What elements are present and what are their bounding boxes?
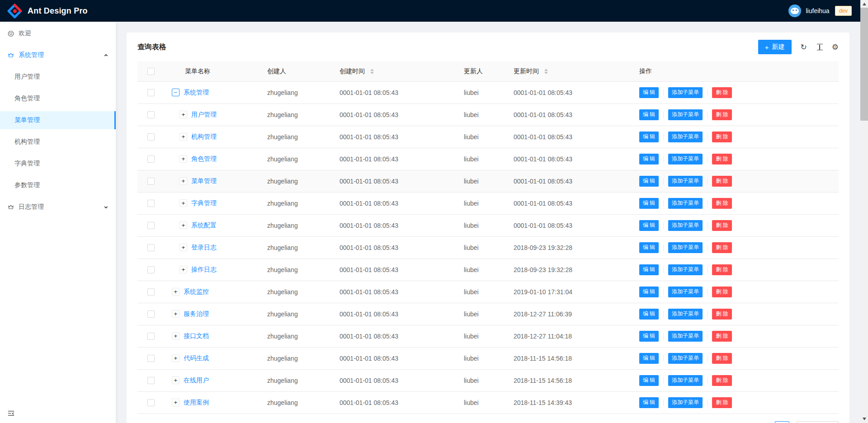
column-header-updated-time[interactable]: 更新时间 [506, 61, 632, 81]
add-child-menu-button[interactable]: 添加子菜单 [668, 353, 703, 364]
row-checkbox[interactable] [147, 200, 155, 207]
menu-name-link[interactable]: 角色管理 [191, 155, 217, 163]
scroll-up-arrow-icon[interactable] [863, 3, 866, 5]
add-child-menu-button[interactable]: 添加子菜单 [668, 220, 703, 231]
add-child-menu-button[interactable]: 添加子菜单 [668, 397, 703, 408]
add-child-menu-button[interactable]: 添加子菜单 [668, 132, 703, 142]
menu-name-link[interactable]: 系统管理 [184, 89, 209, 97]
edit-button[interactable]: 编 辑 [639, 375, 659, 386]
collapse-row-icon[interactable]: − [172, 89, 179, 96]
sidebar-item-角色管理[interactable]: 角色管理 [0, 89, 116, 108]
edit-button[interactable]: 编 辑 [639, 309, 659, 320]
edit-button[interactable]: 编 辑 [639, 109, 659, 120]
logo[interactable]: Ant Design Pro [0, 4, 88, 19]
settings-gear-icon[interactable]: ⚙ [832, 43, 839, 51]
pagination-page-1[interactable]: 1 [775, 421, 789, 423]
row-checkbox[interactable] [147, 355, 155, 362]
row-checkbox[interactable] [147, 89, 155, 96]
expand-row-icon[interactable]: + [172, 288, 179, 296]
menu-name-link[interactable]: 代码生成 [184, 354, 209, 362]
row-checkbox[interactable] [147, 133, 155, 141]
delete-button[interactable]: 删 除 [712, 109, 731, 120]
sidebar-item-机构管理[interactable]: 机构管理 [0, 133, 116, 151]
expand-row-icon[interactable]: + [172, 376, 179, 384]
sidebar-item-欢迎[interactable]: 欢迎 [0, 24, 116, 42]
row-checkbox[interactable] [147, 377, 155, 384]
expand-row-icon[interactable]: + [179, 177, 187, 185]
row-checkbox[interactable] [147, 178, 155, 185]
new-button[interactable]: + 新建 [758, 40, 792, 54]
menu-name-link[interactable]: 使用案例 [184, 399, 209, 407]
add-child-menu-button[interactable]: 添加子菜单 [668, 309, 703, 320]
user-menu[interactable]: liufeihua dev [788, 5, 852, 17]
expand-row-icon[interactable]: + [179, 221, 187, 229]
edit-button[interactable]: 编 辑 [639, 154, 659, 164]
sidebar-item-系统管理[interactable]: 系统管理 [0, 46, 116, 64]
delete-button[interactable]: 删 除 [712, 375, 731, 386]
delete-button[interactable]: 删 除 [712, 287, 731, 297]
delete-button[interactable]: 删 除 [712, 176, 731, 187]
expand-row-icon[interactable]: + [179, 111, 187, 118]
select-all-checkbox[interactable] [147, 68, 155, 75]
row-checkbox[interactable] [147, 333, 155, 340]
expand-row-icon[interactable]: + [179, 266, 187, 273]
edit-button[interactable]: 编 辑 [639, 331, 659, 342]
menu-name-link[interactable]: 字典管理 [191, 199, 217, 207]
scrollbar-thumb[interactable] [860, 8, 868, 121]
expand-row-icon[interactable]: + [172, 332, 179, 340]
column-header-created-time[interactable]: 创建时间 [332, 61, 457, 81]
sorter-icon[interactable] [370, 69, 374, 74]
row-checkbox[interactable] [147, 266, 155, 273]
delete-button[interactable]: 删 除 [712, 353, 731, 364]
edit-button[interactable]: 编 辑 [639, 242, 659, 253]
menu-name-link[interactable]: 服务治理 [184, 310, 209, 318]
sidebar-item-参数管理[interactable]: 参数管理 [0, 176, 116, 194]
delete-button[interactable]: 删 除 [712, 154, 731, 164]
delete-button[interactable]: 删 除 [712, 198, 731, 209]
page-size-select[interactable]: 10 条/页 [797, 421, 839, 423]
expand-row-icon[interactable]: + [172, 399, 179, 406]
vertical-scrollbar[interactable] [860, 0, 868, 423]
add-child-menu-button[interactable]: 添加子菜单 [668, 154, 703, 164]
row-checkbox[interactable] [147, 155, 155, 163]
edit-button[interactable]: 编 辑 [639, 198, 659, 209]
expand-row-icon[interactable]: + [179, 133, 187, 141]
edit-button[interactable]: 编 辑 [639, 264, 659, 275]
delete-button[interactable]: 删 除 [712, 132, 731, 142]
delete-button[interactable]: 删 除 [712, 331, 731, 342]
sidebar-item-字典管理[interactable]: 字典管理 [0, 155, 116, 173]
delete-button[interactable]: 删 除 [712, 220, 731, 231]
delete-button[interactable]: 删 除 [712, 397, 731, 408]
add-child-menu-button[interactable]: 添加子菜单 [668, 331, 703, 342]
menu-name-link[interactable]: 操作日志 [191, 266, 217, 274]
edit-button[interactable]: 编 辑 [639, 176, 659, 187]
expand-row-icon[interactable]: + [179, 244, 187, 251]
column-height-icon[interactable] [817, 44, 823, 51]
delete-button[interactable]: 删 除 [712, 242, 731, 253]
scroll-down-arrow-icon[interactable] [863, 418, 866, 420]
add-child-menu-button[interactable]: 添加子菜单 [668, 109, 703, 120]
row-checkbox[interactable] [147, 111, 155, 118]
menu-name-link[interactable]: 接口文档 [184, 332, 209, 340]
menu-name-link[interactable]: 登录日志 [191, 244, 217, 252]
add-child-menu-button[interactable]: 添加子菜单 [668, 287, 703, 297]
edit-button[interactable]: 编 辑 [639, 220, 659, 231]
edit-button[interactable]: 编 辑 [639, 132, 659, 142]
sidebar-item-菜单管理[interactable]: 菜单管理 [0, 111, 116, 129]
sorter-icon[interactable] [544, 69, 548, 74]
sidebar-item-日志管理[interactable]: 日志管理 [0, 198, 116, 216]
add-child-menu-button[interactable]: 添加子菜单 [668, 242, 703, 253]
menu-name-link[interactable]: 系统监控 [184, 288, 209, 296]
add-child-menu-button[interactable]: 添加子菜单 [668, 375, 703, 386]
add-child-menu-button[interactable]: 添加子菜单 [668, 198, 703, 209]
row-checkbox[interactable] [147, 288, 155, 296]
expand-row-icon[interactable]: + [179, 155, 187, 163]
menu-name-link[interactable]: 在线用户 [184, 376, 209, 385]
row-checkbox[interactable] [147, 310, 155, 318]
menu-fold-icon[interactable] [7, 409, 15, 418]
edit-button[interactable]: 编 辑 [639, 397, 659, 408]
row-checkbox[interactable] [147, 244, 155, 251]
reload-icon[interactable]: ↻ [801, 43, 807, 51]
edit-button[interactable]: 编 辑 [639, 287, 659, 297]
edit-button[interactable]: 编 辑 [639, 87, 659, 98]
